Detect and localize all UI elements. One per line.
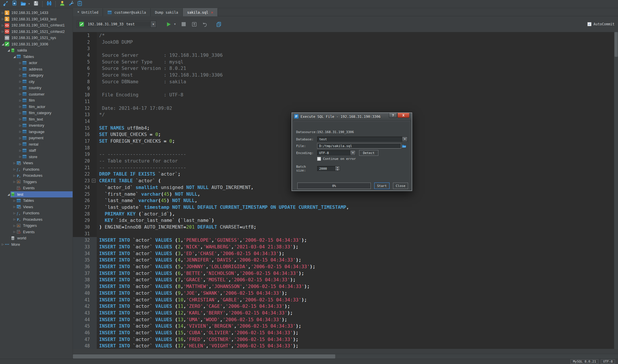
chevron-down-icon[interactable]: ▼ xyxy=(350,151,355,155)
tree-expander-icon[interactable]: ▷ xyxy=(18,124,22,127)
autocommit-checkbox[interactable]: ✓ xyxy=(587,22,591,26)
database-select[interactable]: test ▼ xyxy=(124,21,156,28)
tree-item-film[interactable]: ▷film xyxy=(0,97,73,104)
user-button[interactable] xyxy=(58,1,66,8)
chevron-down-icon[interactable]: ▼ xyxy=(402,137,407,142)
tree-item-customer[interactable]: ▷customer xyxy=(0,91,73,98)
open-file-button[interactable] xyxy=(19,1,27,8)
tree-expander-icon[interactable]: ▷ xyxy=(13,224,16,227)
tree-expander-icon[interactable]: ▷ xyxy=(1,24,5,27)
tree-item-triggers[interactable]: ▷Triggers xyxy=(0,222,73,229)
file-input[interactable]: D:/tmp/sakila.sql xyxy=(317,143,401,149)
stop-button[interactable] xyxy=(179,20,188,28)
dialog-close-button[interactable]: X xyxy=(397,113,410,118)
tree-expander-icon[interactable]: ▷ xyxy=(18,149,22,152)
vertical-scrollbar[interactable] xyxy=(614,32,618,349)
connection-select[interactable]: 192.168.31.190_3306 ▼ xyxy=(77,21,121,28)
tree-expander-icon[interactable]: ▷ xyxy=(18,118,22,121)
tree-expander-icon[interactable]: ▷ xyxy=(18,74,22,77)
detect-button[interactable]: Detect xyxy=(359,150,378,156)
tree-item-payment[interactable]: ▷payment xyxy=(0,135,73,141)
tree-expander-icon[interactable]: ▷ xyxy=(13,162,16,165)
new-file-button[interactable] xyxy=(10,1,18,8)
batch-size-stepper[interactable]: 2000 ▲▼ xyxy=(317,166,340,171)
tree-expander-icon[interactable]: ▷ xyxy=(13,199,16,202)
stepper-up-icon[interactable]: ▲ xyxy=(335,166,340,169)
vertical-scrollbar-thumb[interactable] xyxy=(615,32,618,57)
tree-item-192-168-31-190-1521-c-test2[interactable]: ▷192.168.31.190_1521_c##test2 xyxy=(0,29,73,35)
find-button[interactable] xyxy=(45,1,53,8)
tree-item-triggers[interactable]: ▷Triggers xyxy=(0,179,73,185)
tree-expander-icon[interactable]: ▷ xyxy=(13,218,16,221)
tree-expander-icon[interactable]: ▷ xyxy=(13,230,16,233)
commit-button[interactable] xyxy=(190,20,199,28)
tree-expander-icon[interactable]: ▷ xyxy=(18,93,22,96)
tree-item-procedures[interactable]: ▷PxProcedures xyxy=(0,172,73,179)
tree-item-events[interactable]: Events xyxy=(0,185,73,191)
horizontal-scrollbar[interactable] xyxy=(73,354,618,359)
tree-item-tables[interactable]: ▷Tables xyxy=(0,197,73,204)
run-menu-caret[interactable]: ▼ xyxy=(173,23,177,26)
tree-item-192-168-31-190-1521-sys[interactable]: 192.168.31.190_1521_sys xyxy=(0,35,73,41)
tree-item-address[interactable]: ▷address xyxy=(0,66,73,73)
tree-item-events[interactable]: ▷Events xyxy=(0,229,73,235)
rollback-button[interactable] xyxy=(200,20,209,28)
encoding-dropdown[interactable]: UTF-8 ▼ xyxy=(317,150,356,156)
continue-on-error-checkbox[interactable] xyxy=(317,157,321,161)
tree-item-film-category[interactable]: ▷film_category xyxy=(0,110,73,116)
tree-item-country[interactable]: ▷country xyxy=(0,85,73,91)
start-button[interactable]: Start xyxy=(374,183,389,189)
tab-close-icon[interactable]: ✕ xyxy=(211,10,213,15)
tree-expander-icon[interactable]: ▷ xyxy=(13,174,16,177)
fold-toggle-icon[interactable]: − xyxy=(92,179,96,183)
tree-expander-icon[interactable]: ▷ xyxy=(18,143,22,146)
tree-expander-icon[interactable]: ▷ xyxy=(18,105,22,108)
tree-expander-icon[interactable]: ▷ xyxy=(18,80,22,83)
log-button[interactable] xyxy=(76,1,83,8)
tree-expander-icon[interactable]: ▷ xyxy=(18,68,22,70)
horizontal-scrollbar-thumb[interactable] xyxy=(73,354,335,358)
tab-customer-sakila[interactable]: customer@sakila xyxy=(103,8,150,16)
tree-item-192-168-31-190-1433-test[interactable]: ▷192.168.31.190_1433_test xyxy=(0,16,73,22)
browse-folder-button[interactable] xyxy=(402,144,408,148)
tree-item-tables[interactable]: ◢Tables xyxy=(0,54,73,60)
tree-expander-icon[interactable]: ◢ xyxy=(1,43,5,46)
tree-item-192-168-31-190-3306[interactable]: ◢192.168.31.190_3306 xyxy=(0,41,73,47)
tree-item-film-text[interactable]: ▷film_text xyxy=(0,116,73,123)
tree-expander-icon[interactable]: ▷ xyxy=(1,30,5,33)
tree-item-more[interactable]: ▷More xyxy=(0,241,73,248)
tree-item-rental[interactable]: ▷rental xyxy=(0,141,73,148)
tree-expander-icon[interactable]: ▷ xyxy=(1,243,5,246)
dialog-help-button[interactable]: ? xyxy=(389,113,397,118)
connect-button[interactable] xyxy=(2,1,9,8)
tree-item-staff[interactable]: ▷staff xyxy=(0,147,73,154)
tree-item-inventory[interactable]: ▷inventory xyxy=(0,122,73,129)
format-button[interactable] xyxy=(214,20,223,28)
tab-sakila-sql[interactable]: sakila.sql✕ xyxy=(183,8,218,16)
tree-expander-icon[interactable]: ▷ xyxy=(18,99,22,102)
tree-expander-icon[interactable]: ▷ xyxy=(18,130,22,133)
tree-item-category[interactable]: ▷category xyxy=(0,72,73,79)
tree-item-192-168-31-190-1521-c-test1[interactable]: ▷192.168.31.190_1521_c##test1 xyxy=(0,22,73,29)
tree-item-actor[interactable]: ▷actor xyxy=(0,60,73,66)
tree-expander-icon[interactable]: ▷ xyxy=(13,180,16,183)
tree-item-192-168-31-190-1433[interactable]: ▷192.168.31.190_1433 xyxy=(0,10,73,16)
tab--untitled[interactable]: * Untitled xyxy=(73,8,103,16)
tree-item-functions[interactable]: ▷fxFunctions xyxy=(0,210,73,216)
tab-dump-sakila[interactable]: Dump sakila xyxy=(151,8,183,16)
tree-item-world[interactable]: world xyxy=(0,235,73,241)
close-button[interactable]: Close xyxy=(393,183,408,189)
tree-item-procedures[interactable]: ▷PxProcedures xyxy=(0,216,73,223)
tree-item-city[interactable]: ▷city xyxy=(0,79,73,85)
tree-expander-icon[interactable]: ▷ xyxy=(18,137,22,139)
database-dropdown[interactable]: test ▼ xyxy=(317,137,408,142)
tree-expander-icon[interactable]: ▷ xyxy=(18,112,22,114)
tree-expander-icon[interactable]: ◢ xyxy=(7,193,10,196)
tree-expander-icon[interactable]: ▷ xyxy=(18,61,22,64)
tree-expander-icon[interactable]: ▷ xyxy=(18,155,22,158)
tree-item-functions[interactable]: ▷fxFunctions xyxy=(0,166,73,173)
tree-expander-icon[interactable]: ▷ xyxy=(1,11,5,14)
run-button[interactable] xyxy=(164,20,173,28)
tree-item-film-actor[interactable]: ▷film_actor xyxy=(0,104,73,110)
tree-item-views[interactable]: ▷Views xyxy=(0,204,73,210)
